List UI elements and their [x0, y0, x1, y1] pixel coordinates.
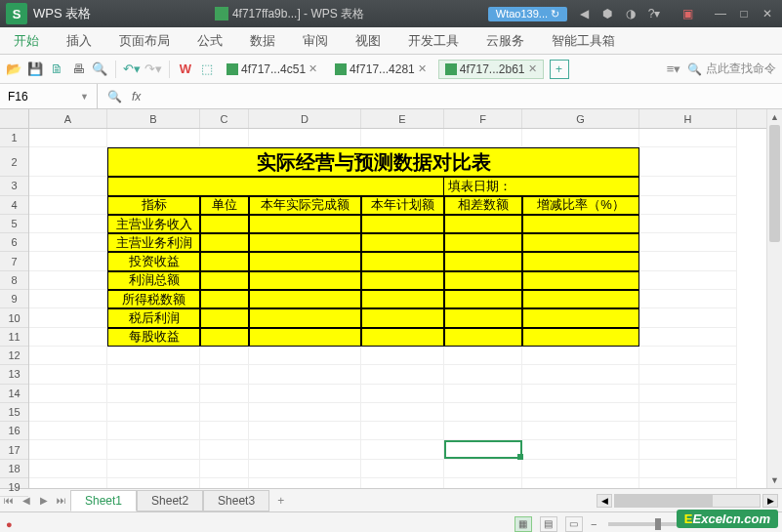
close-tab-icon[interactable]: ✕ [309, 62, 317, 75]
cells-area[interactable]: 实际经营与预测数据对比表 填表日期： 指标 单位 本年实际完成额 本年计划额 相… [29, 129, 766, 488]
sheet-tab-2[interactable]: Sheet2 [137, 490, 203, 512]
name-box[interactable]: F16 ▼ [0, 84, 98, 108]
hscroll-track[interactable] [614, 494, 761, 508]
row-header[interactable]: 19 [0, 478, 28, 497]
menu-view[interactable]: 视图 [342, 27, 394, 54]
doc-tab-2[interactable]: 4f717...4281 ✕ [329, 61, 432, 78]
record-icon[interactable]: ● [6, 518, 13, 530]
menu-formula[interactable]: 公式 [184, 27, 236, 54]
indicator-row[interactable]: 投资收益 [107, 252, 200, 270]
col-actual[interactable]: 本年实际完成额 [249, 196, 361, 215]
undo-icon[interactable]: ↶▾ [124, 61, 140, 77]
indicator-row[interactable]: 利润总额 [107, 271, 200, 290]
row-header[interactable]: 18 [0, 460, 28, 478]
col-ratio[interactable]: 增减比率（%） [522, 196, 639, 215]
row-header[interactable]: 1 [0, 129, 28, 147]
row-header[interactable]: 5 [0, 215, 28, 233]
hscroll-thumb[interactable] [615, 495, 713, 507]
menu-data[interactable]: 数据 [236, 27, 289, 54]
row-header[interactable]: 6 [0, 233, 28, 252]
row-header[interactable]: 12 [0, 347, 28, 365]
help-icon[interactable]: ?▾ [647, 7, 661, 20]
col-header[interactable]: C [200, 109, 249, 128]
save-icon[interactable]: 💾 [27, 61, 43, 77]
select-all-corner[interactable] [0, 109, 28, 129]
row-header[interactable]: 9 [0, 290, 28, 308]
doc-tab-1[interactable]: 4f717...4c51 ✕ [221, 61, 323, 78]
sheet-tab-3[interactable]: Sheet3 [203, 490, 269, 512]
maximize-icon[interactable]: □ [737, 7, 751, 20]
col-header[interactable]: B [107, 109, 200, 128]
col-header[interactable]: E [361, 109, 444, 128]
col-header[interactable]: A [29, 109, 107, 128]
doc-tab-3[interactable]: 4f717...2b61 ✕ [438, 60, 544, 79]
zoom-out-icon[interactable]: − [591, 518, 597, 530]
row-header[interactable]: 17 [0, 440, 28, 459]
close-tab-icon[interactable]: ✕ [528, 62, 537, 75]
row-header[interactable]: 11 [0, 328, 28, 347]
row-header[interactable]: 13 [0, 365, 28, 384]
dropdown-icon[interactable]: ▼ [80, 92, 89, 102]
menu-cloud[interactable]: 云服务 [473, 27, 538, 54]
minimize-icon[interactable]: — [714, 7, 727, 20]
indicator-row[interactable]: 主营业务收入 [107, 215, 200, 233]
open-icon[interactable]: 📂 [6, 61, 21, 77]
minimize-inner-icon[interactable]: ▣ [680, 7, 694, 20]
row-header[interactable]: 4 [0, 196, 28, 215]
nav-back-icon[interactable]: ◀ [577, 7, 591, 20]
close-tab-icon[interactable]: ✕ [418, 62, 427, 75]
toolbar-menu-icon[interactable]: ≡▾ [666, 61, 681, 77]
user-button[interactable]: Wtao139... ↻ [488, 7, 567, 21]
cube-icon[interactable]: ⬚ [199, 61, 215, 77]
indicator-row[interactable]: 主营业务利润 [107, 233, 200, 252]
row-header[interactable]: 2 [0, 147, 28, 177]
scroll-thumb[interactable] [769, 125, 780, 242]
cancel-formula-icon[interactable]: 🔍 [107, 90, 122, 103]
row-header[interactable]: 8 [0, 271, 28, 290]
indicator-row[interactable]: 每股收益 [107, 328, 200, 347]
hscroll-right-icon[interactable]: ▶ [762, 494, 778, 508]
menu-insert[interactable]: 插入 [53, 27, 105, 54]
sheet-nav-last[interactable]: ⏭ [53, 495, 70, 506]
row-header[interactable]: 16 [0, 422, 28, 440]
fill-date-label[interactable]: 填表日期： [444, 177, 639, 195]
command-search[interactable]: 🔍 点此查找命令 [687, 61, 776, 77]
menu-smart[interactable]: 智能工具箱 [538, 27, 629, 54]
col-header[interactable]: F [444, 109, 522, 128]
row-header[interactable]: 7 [0, 252, 28, 270]
menu-review[interactable]: 审阅 [289, 27, 342, 54]
hscroll-left-icon[interactable]: ◀ [597, 494, 612, 508]
menu-layout[interactable]: 页面布局 [105, 27, 184, 54]
row-header[interactable]: 10 [0, 308, 28, 327]
scroll-down-icon[interactable]: ▼ [767, 472, 782, 488]
zoom-thumb[interactable] [655, 518, 661, 530]
scroll-up-icon[interactable]: ▲ [767, 109, 782, 125]
print-icon[interactable]: 🖶 [70, 61, 86, 77]
sheet-nav-next[interactable]: ▶ [35, 495, 53, 506]
close-icon[interactable]: ✕ [761, 7, 774, 20]
menu-dev[interactable]: 开发工具 [394, 27, 473, 54]
home-icon[interactable]: ⬢ [600, 7, 614, 20]
col-diff[interactable]: 相差数额 [444, 196, 522, 215]
view-reading-icon[interactable]: ▭ [565, 516, 583, 532]
row-header[interactable]: 3 [0, 177, 28, 195]
indicator-row[interactable]: 所得税数额 [107, 290, 200, 308]
fx-icon[interactable]: fx [132, 90, 141, 103]
preview-icon[interactable]: 🔍 [92, 61, 107, 77]
view-pagebreak-icon[interactable]: ▤ [540, 516, 557, 532]
menu-start[interactable]: 开始 [0, 27, 53, 54]
indicator-row[interactable]: 税后利润 [107, 308, 200, 327]
col-header[interactable]: G [522, 109, 639, 128]
col-unit[interactable]: 单位 [200, 196, 249, 215]
col-indicator[interactable]: 指标 [107, 196, 200, 215]
new-tab-button[interactable]: + [550, 60, 569, 79]
add-sheet-button[interactable]: + [269, 494, 292, 508]
row-header[interactable]: 15 [0, 403, 28, 422]
view-normal-icon[interactable]: ▦ [514, 516, 532, 532]
col-plan[interactable]: 本年计划额 [361, 196, 444, 215]
row-header[interactable]: 14 [0, 385, 28, 403]
table-title[interactable]: 实际经营与预测数据对比表 [107, 147, 639, 177]
export-icon[interactable]: 🗎 [49, 61, 64, 77]
sheet-tab-1[interactable]: Sheet1 [70, 490, 137, 512]
skin-icon[interactable]: ◑ [624, 7, 638, 20]
